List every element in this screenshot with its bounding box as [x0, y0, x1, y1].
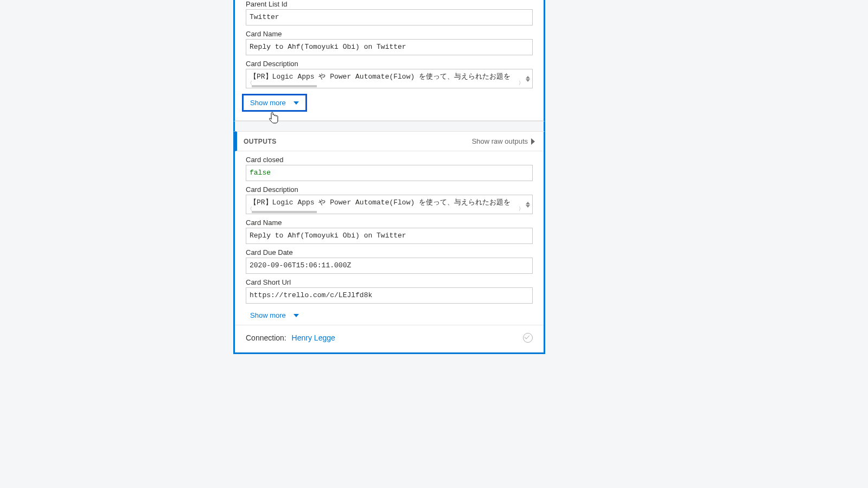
action-details-panel: Parent List Id Twitter Card Name Reply t… — [233, 0, 545, 354]
field-parent-list-id: Parent List Id Twitter — [235, 0, 544, 25]
value-card-due[interactable]: 2020-09-06T15:06:11.000Z — [246, 258, 533, 274]
show-raw-outputs-link[interactable]: Show raw outputs — [472, 137, 535, 145]
value-card-name-in[interactable]: Reply to Ahf(Tomoyuki Obi) on Twitter — [246, 39, 533, 55]
field-card-name-in: Card Name Reply to Ahf(Tomoyuki Obi) on … — [235, 30, 544, 55]
value-card-desc-in[interactable]: 【PR】Logic Apps や Power Automate(Flow) を使… — [246, 69, 533, 88]
show-more-inputs-button[interactable]: Show more — [242, 94, 307, 112]
field-card-url: Card Short Url https://trello.com/c/LEJl… — [235, 278, 544, 304]
show-more-outputs-button[interactable]: Show more — [246, 309, 303, 322]
field-card-desc-out: Card Description 【PR】Logic Apps や Power … — [235, 185, 544, 214]
horizontal-scrollbar[interactable] — [252, 211, 521, 213]
vertical-scroll-icon[interactable] — [524, 195, 532, 214]
label-card-due: Card Due Date — [246, 248, 533, 256]
text-card-closed: false — [250, 169, 271, 177]
text-card-desc-in: 【PR】Logic Apps や Power Automate(Flow) を使… — [250, 73, 510, 81]
field-card-desc-in: Card Description 【PR】Logic Apps や Power … — [235, 60, 544, 88]
text-card-desc-out: 【PR】Logic Apps や Power Automate(Flow) を使… — [250, 198, 510, 207]
connection-label: Connection: — [246, 333, 286, 342]
field-card-due: Card Due Date 2020-09-06T15:06:11.000Z — [235, 248, 544, 274]
value-parent-list-id[interactable]: Twitter — [246, 9, 533, 25]
connection-footer: Connection: Henry Legge — [235, 325, 544, 352]
connection-name-link[interactable]: Henry Legge — [292, 333, 335, 342]
field-card-name-out: Card Name Reply to Ahf(Tomoyuki Obi) on … — [235, 219, 544, 244]
show-raw-outputs-label: Show raw outputs — [472, 137, 528, 145]
show-more-label: Show more — [250, 99, 286, 107]
value-card-closed[interactable]: false — [246, 165, 533, 181]
label-card-desc-in: Card Description — [246, 60, 533, 68]
vertical-scroll-icon[interactable] — [524, 69, 532, 88]
label-card-url: Card Short Url — [246, 278, 533, 286]
value-card-name-out[interactable]: Reply to Ahf(Tomoyuki Obi) on Twitter — [246, 228, 533, 244]
check-circle-icon — [523, 333, 533, 343]
section-divider — [233, 121, 545, 132]
outputs-header: OUTPUTS Show raw outputs — [235, 131, 544, 151]
outputs-title: OUTPUTS — [244, 138, 277, 145]
label-card-desc-out: Card Description — [246, 185, 533, 194]
value-card-url[interactable]: https://trello.com/c/LEJlfd8k — [246, 287, 533, 304]
show-more-label: Show more — [250, 311, 286, 319]
chevron-right-icon — [531, 138, 535, 145]
connection-info: Connection: Henry Legge — [246, 333, 335, 342]
value-card-desc-out[interactable]: 【PR】Logic Apps や Power Automate(Flow) を使… — [246, 195, 533, 214]
label-card-name-out: Card Name — [246, 219, 533, 227]
chevron-down-icon — [293, 101, 299, 105]
chevron-down-icon — [293, 314, 299, 317]
horizontal-scrollbar[interactable] — [252, 85, 521, 87]
label-card-closed: Card closed — [246, 156, 533, 164]
inputs-section: Parent List Id Twitter Card Name Reply t… — [235, 0, 544, 121]
label-card-name-in: Card Name — [246, 30, 533, 38]
label-parent-list-id: Parent List Id — [246, 0, 533, 8]
field-card-closed: Card closed false — [235, 156, 544, 181]
outputs-section: OUTPUTS Show raw outputs Card closed fal… — [235, 131, 544, 352]
